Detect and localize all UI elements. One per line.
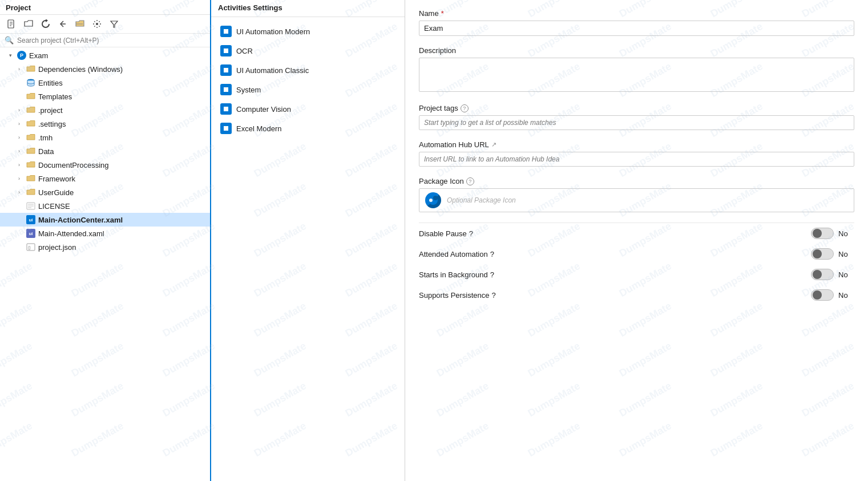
attended-automation-help-icon[interactable]: ? <box>490 250 494 258</box>
activity-label-system: System <box>236 86 261 94</box>
tree-item-main-attended[interactable]: ui Main-Attended.xaml <box>0 227 210 240</box>
description-field-group: Description <box>419 46 854 94</box>
package-icon-preview <box>425 192 441 208</box>
tree-label-userguide: UserGuide <box>38 188 74 197</box>
activity-item-computer-vision[interactable]: Computer Vision <box>211 99 405 119</box>
tree-label-docprocessing: DocumentProcessing <box>38 161 109 169</box>
settings-button[interactable] <box>90 17 104 31</box>
package-icon-placeholder-text: Optional Package Icon <box>447 196 516 204</box>
supports-persistence-help-icon[interactable]: ? <box>492 291 496 300</box>
activity-label-ocr: OCR <box>236 47 253 55</box>
disable-pause-value: No <box>838 229 850 238</box>
tree-item-project-folder[interactable]: › .project <box>0 103 210 117</box>
activity-icon-excel-modern <box>220 123 232 134</box>
search-icon: 🔍 <box>5 36 14 45</box>
package-icon-help-icon[interactable]: ? <box>466 177 474 185</box>
chevron-down-icon: ▾ <box>9 52 17 58</box>
starts-in-background-row: Starts in Background ? No <box>419 269 854 280</box>
starts-in-background-help-icon[interactable]: ? <box>490 270 494 279</box>
package-icon-label: Package Icon ? <box>419 177 854 185</box>
activity-label-computer-vision: Computer Vision <box>236 105 291 114</box>
project-tags-help-icon[interactable]: ? <box>461 104 469 112</box>
activity-icon-ui-automation-classic <box>220 64 232 76</box>
project-tags-input[interactable] <box>419 115 854 130</box>
automation-hub-url-label: Automation Hub URL ↗ <box>419 140 854 149</box>
disable-pause-label: Disable Pause ? <box>419 229 473 238</box>
attended-automation-control: No <box>811 248 850 260</box>
tree-item-entities[interactable]: Entities <box>0 76 210 90</box>
tree-item-docprocessing[interactable]: › DocumentProcessing <box>0 158 210 172</box>
spacer <box>18 203 26 209</box>
tree-item-dependencies[interactable]: › Dependencies (Windows) <box>0 62 210 76</box>
folder-icon <box>26 120 35 128</box>
chevron-right-icon: › <box>18 189 26 195</box>
new-file-button[interactable] <box>5 17 18 31</box>
tree-item-data-folder[interactable]: › Data <box>0 144 210 158</box>
folder-icon <box>26 65 35 73</box>
name-input[interactable] <box>419 21 854 36</box>
tree-item-project-json[interactable]: {} project.json <box>0 240 210 254</box>
svg-point-5 <box>96 23 98 25</box>
activity-item-system[interactable]: System <box>211 80 405 99</box>
tree-item-settings-folder[interactable]: › .settings <box>0 117 210 131</box>
starts-in-background-value: No <box>838 270 850 279</box>
tree-item-exam[interactable]: ▾ P Exam <box>0 48 210 62</box>
tree-label-tmh-folder: .tmh <box>38 134 53 142</box>
supports-persistence-label: Supports Persistence ? <box>419 291 496 300</box>
activity-icon-ocr <box>220 45 232 56</box>
attended-automation-toggle[interactable] <box>811 248 834 260</box>
refresh-button[interactable] <box>39 17 53 31</box>
activity-label-excel-modern: Excel Modern <box>236 124 281 133</box>
tree-item-main-actioncenter[interactable]: ui Main-ActionCenter.xaml <box>0 213 210 227</box>
supports-persistence-toggle[interactable] <box>811 289 834 301</box>
tree-label-project-folder: .project <box>38 106 63 115</box>
activity-item-ui-automation-classic[interactable]: UI Automation Classic <box>211 60 405 80</box>
tree-label-main-actioncenter: Main-ActionCenter.xaml <box>38 216 123 224</box>
name-required-indicator: * <box>441 9 444 18</box>
svg-marker-6 <box>111 21 118 27</box>
external-link-icon[interactable]: ↗ <box>491 141 496 148</box>
activity-item-excel-modern[interactable]: Excel Modern <box>211 119 405 138</box>
description-textarea[interactable] <box>419 58 854 92</box>
project-settings-panel: Name * Description Project tags <box>405 0 868 481</box>
toggle-knob <box>813 270 822 279</box>
chevron-right-icon: › <box>18 162 26 168</box>
name-field-label: Name * <box>419 9 854 18</box>
new-folder-button[interactable] <box>22 17 35 31</box>
package-icon-field-group: Package Icon ? Optional Package Icon <box>419 177 854 212</box>
tree-label-exam: Exam <box>29 51 48 60</box>
tree-item-tmh-folder[interactable]: › .tmh <box>0 131 210 144</box>
automation-hub-url-row <box>419 152 854 167</box>
tree-item-license[interactable]: LICENSE <box>0 199 210 213</box>
divider-1 <box>419 223 854 223</box>
svg-text:{}: {} <box>28 245 31 250</box>
supports-persistence-value: No <box>838 291 850 300</box>
folder-icon <box>26 147 35 155</box>
activity-item-ui-automation-modern[interactable]: UI Automation Modern <box>211 22 405 41</box>
folder-icon <box>26 175 35 183</box>
activity-item-ocr[interactable]: OCR <box>211 41 405 60</box>
project-icon: P <box>17 51 26 60</box>
json-icon: {} <box>26 243 35 251</box>
back-button[interactable] <box>56 17 70 31</box>
package-icon-row[interactable]: Optional Package Icon <box>419 188 854 212</box>
disable-pause-help-icon[interactable]: ? <box>469 229 473 238</box>
tree-item-templates[interactable]: Templates <box>0 90 210 103</box>
starts-in-background-toggle[interactable] <box>811 269 834 280</box>
tree-item-framework[interactable]: › Framework <box>0 172 210 185</box>
chevron-right-icon: › <box>18 121 26 127</box>
folder-icon <box>26 92 35 100</box>
filter-button[interactable] <box>107 17 121 31</box>
tree-label-data-folder: Data <box>38 147 54 156</box>
license-icon <box>26 202 35 210</box>
tree-item-userguide[interactable]: › UserGuide <box>0 185 210 199</box>
activities-settings-panel: Activities Settings UI Automation Modern… <box>211 0 405 481</box>
open-folder-button[interactable] <box>73 17 87 31</box>
disable-pause-toggle[interactable] <box>811 228 834 239</box>
project-tags-label: Project tags ? <box>419 104 854 112</box>
automation-hub-url-input[interactable] <box>424 155 849 163</box>
search-input[interactable] <box>17 37 205 45</box>
svg-point-16 <box>429 199 433 202</box>
attended-automation-value: No <box>838 250 850 258</box>
spacer <box>18 94 26 99</box>
